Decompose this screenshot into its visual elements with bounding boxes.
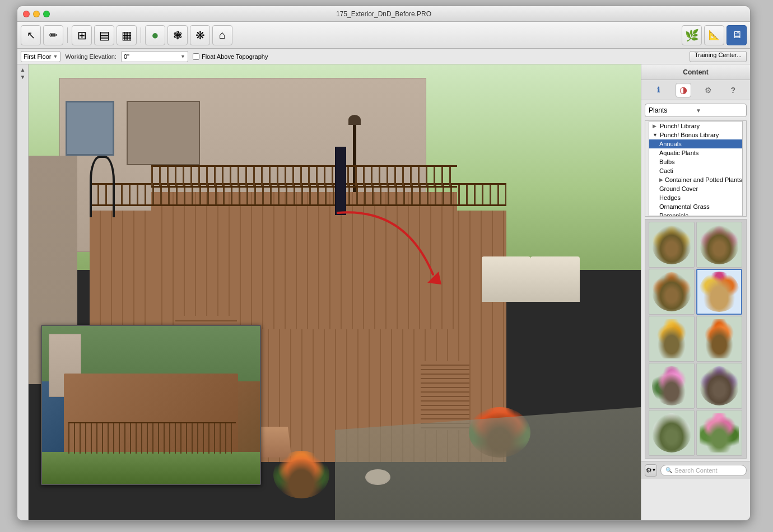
preview-railing xyxy=(68,422,236,454)
chair-2 xyxy=(530,256,579,302)
camera-tool[interactable]: ▦ xyxy=(117,25,137,45)
house-tool[interactable]: ⌂ xyxy=(212,25,232,45)
thumbnail-1[interactable] xyxy=(649,222,695,268)
thumbnail-6[interactable] xyxy=(696,316,742,362)
pencil-tool[interactable]: ✏ xyxy=(43,25,63,45)
floor-plan-tool[interactable]: ⊞ xyxy=(72,25,92,45)
flower-pink-icon xyxy=(700,225,739,264)
container-label: Container and Potted Plants xyxy=(665,176,742,183)
container-arrow-icon: ▶ xyxy=(659,177,663,183)
main-toolbar: ↖ ✏ ⊞ ▤ ▦ ● ❃ ❋ ⌂ 🌿 📐 🖥 xyxy=(17,22,750,49)
flower-5-icon xyxy=(652,319,691,358)
tab-info[interactable]: ℹ xyxy=(650,83,666,97)
zoom-in-button[interactable]: ▲ xyxy=(20,67,26,73)
chair-1 xyxy=(482,256,530,302)
gear-icon: ⚙ xyxy=(646,466,652,474)
aquatic-label: Aquatic Plants xyxy=(659,150,699,156)
content-panel: Content ℹ ◑ ⚙ ? Plants ▼ ▶ Punc xyxy=(641,64,750,521)
groundcover-label: Ground Cover xyxy=(659,185,698,192)
category-hedges[interactable]: Hedges xyxy=(649,193,742,202)
flower-9-icon xyxy=(652,413,691,452)
close-button[interactable] xyxy=(23,11,30,17)
content-tabs: ℹ ◑ ⚙ ? xyxy=(641,80,750,100)
punch-bonus-library-arrow: ▼ xyxy=(653,132,658,138)
view-3d-tool[interactable]: 🖥 xyxy=(727,25,747,45)
thumbnail-5[interactable] xyxy=(649,316,695,362)
tree-view-wrapper: ▶ Punch! Library ▼ Punch! Bonus Library … xyxy=(645,120,747,217)
search-settings-button[interactable]: ⚙ ▼ xyxy=(645,464,657,477)
floorplan-2d-tool[interactable]: 📐 xyxy=(704,25,724,45)
library-tree[interactable]: ▶ Punch! Library ▼ Punch! Bonus Library … xyxy=(649,121,743,216)
punch-bonus-library-item[interactable]: ▼ Punch! Bonus Library xyxy=(649,130,742,139)
elevation-input[interactable]: 0" ▼ xyxy=(121,51,188,62)
minimize-button[interactable] xyxy=(33,11,40,17)
wind-tool[interactable]: ❋ xyxy=(190,25,210,45)
thumbnail-10[interactable] xyxy=(696,410,742,456)
main-content: ▲ ▼ xyxy=(17,64,750,521)
punch-library-label: Punch! Library xyxy=(660,123,700,129)
mini-preview xyxy=(41,325,261,485)
hedges-label: Hedges xyxy=(659,194,681,201)
zoom-out-button[interactable]: ▼ xyxy=(20,74,26,80)
thumbnail-3[interactable] xyxy=(649,269,695,315)
second-toolbar: First Floor ▼ Working Elevation: 0" ▼ Fl… xyxy=(17,49,750,64)
window-title: 175_Exterior_DnD_Before.PRO xyxy=(336,10,431,18)
window-center xyxy=(127,101,200,165)
float-checkbox[interactable] xyxy=(193,53,199,60)
float-label: Float Above Topography xyxy=(202,53,268,60)
tab-settings[interactable]: ⚙ xyxy=(700,83,716,97)
left-ruler: ▲ ▼ xyxy=(17,64,29,521)
thumbnails-grid xyxy=(645,219,747,459)
category-bulbs[interactable]: Bulbs xyxy=(649,157,742,166)
lamp-head xyxy=(348,115,361,125)
training-center-button[interactable]: Training Center... xyxy=(690,51,747,62)
title-bar: 175_Exterior_DnD_Before.PRO xyxy=(17,6,750,22)
search-input-container[interactable]: 🔍 Search Content xyxy=(660,465,747,476)
float-checkbox-container: Float Above Topography xyxy=(193,53,268,60)
maximize-button[interactable] xyxy=(43,11,50,17)
upper-deck xyxy=(151,192,458,329)
category-container[interactable]: ▶ Container and Potted Plants xyxy=(649,175,742,184)
stairs-right xyxy=(421,361,469,430)
thumbnail-7[interactable] xyxy=(649,363,695,409)
content-panel-header: Content xyxy=(641,64,750,80)
category-ornamental[interactable]: Ornamental Grass xyxy=(649,202,742,211)
content-title: Content xyxy=(683,68,708,76)
punch-bonus-library-label: Punch! Bonus Library xyxy=(660,132,719,138)
punch-library-item[interactable]: ▶ Punch! Library xyxy=(649,122,742,130)
viewport[interactable] xyxy=(29,64,641,521)
tab-help[interactable]: ? xyxy=(725,83,741,97)
cacti-label: Cacti xyxy=(659,167,673,174)
toolbar-separator-2 xyxy=(141,27,141,43)
thumbnail-2[interactable] xyxy=(696,222,742,268)
globe-tool[interactable]: ● xyxy=(145,25,165,45)
category-aquatic[interactable]: Aquatic Plants xyxy=(649,148,742,157)
plants-dropdown[interactable]: Plants ▼ xyxy=(645,104,747,117)
search-input[interactable]: Search Content xyxy=(674,467,742,474)
toolbar-right: 🌿 📐 🖥 xyxy=(682,25,747,45)
elevation-tool[interactable]: ▤ xyxy=(94,25,114,45)
ornamental-label: Ornamental Grass xyxy=(659,203,710,210)
rock xyxy=(365,469,390,485)
flower-8-icon xyxy=(700,366,739,405)
bulbs-label: Bulbs xyxy=(659,158,675,165)
punch-library-arrow: ▶ xyxy=(653,123,658,129)
thumbnail-8[interactable] xyxy=(696,363,742,409)
thumbnail-9[interactable] xyxy=(649,410,695,456)
tab-color[interactable]: ◑ xyxy=(676,83,691,97)
landscape-tool[interactable]: ❃ xyxy=(167,25,188,45)
floor-label: First Floor xyxy=(24,53,52,60)
category-perennials[interactable]: Perennials xyxy=(649,211,742,216)
flower-mixed-icon xyxy=(699,272,739,312)
category-annuals[interactable]: Annuals xyxy=(649,139,742,148)
plants-label: Plants xyxy=(649,106,696,114)
category-cacti[interactable]: Cacti xyxy=(649,166,742,175)
traffic-lights xyxy=(23,11,50,17)
category-groundcover[interactable]: Ground Cover xyxy=(649,184,742,193)
pointer-tool[interactable]: ↖ xyxy=(21,25,41,45)
plant-tool[interactable]: 🌿 xyxy=(682,25,702,45)
floor-selector[interactable]: First Floor ▼ xyxy=(21,51,60,62)
search-bar: ⚙ ▼ 🔍 Search Content xyxy=(641,461,750,479)
elevation-label: Working Elevation: xyxy=(65,53,117,60)
thumbnail-4-selected[interactable] xyxy=(696,269,742,315)
